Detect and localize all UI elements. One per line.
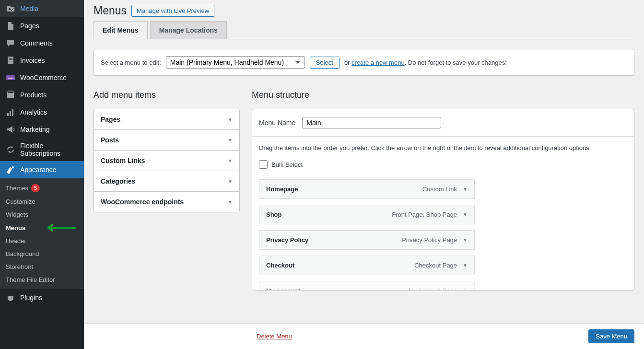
menu-name-row: Menu Name xyxy=(252,109,634,137)
menu-select[interactable]: Main (Primary Menu, Handheld Menu) xyxy=(166,56,305,69)
chevron-down-icon: ▼ xyxy=(463,263,468,268)
menu-item-title: Homepage xyxy=(266,186,298,193)
accordion-woo-endpoints[interactable]: WooCommerce endpoints▼ xyxy=(94,192,239,212)
menu-item-type: Checkout Page xyxy=(414,262,457,269)
tab-edit-menus[interactable]: Edit Menus xyxy=(94,21,148,39)
pages-icon xyxy=(6,21,15,31)
appearance-icon xyxy=(6,165,15,174)
sub-label: Themes xyxy=(6,185,28,192)
delete-menu-link[interactable]: Delete Menu xyxy=(257,333,292,340)
sub-item-customize[interactable]: Customize xyxy=(0,195,84,208)
sub-item-background[interactable]: Background xyxy=(0,247,84,260)
sidebar-item-products[interactable]: Products xyxy=(0,86,84,104)
select-menu-panel: Select a menu to edit: Main (Primary Men… xyxy=(94,49,634,76)
sub-label: Menus xyxy=(6,224,25,232)
structure-hint: Drag the items into the order you prefer… xyxy=(259,144,627,151)
products-icon xyxy=(6,90,15,100)
svg-rect-1 xyxy=(8,57,13,64)
chevron-down-icon: ▼ xyxy=(228,138,233,143)
svg-rect-3 xyxy=(9,59,12,60)
accordion-custom-links[interactable]: Custom Links▼ xyxy=(94,151,239,171)
sub-item-widgets[interactable]: Widgets xyxy=(0,208,84,221)
sidebar-item-comments[interactable]: Comments xyxy=(0,35,84,52)
menu-item-row[interactable]: My account My Account Page ▼ xyxy=(259,281,475,290)
svg-rect-4 xyxy=(9,61,12,61)
comments-icon xyxy=(6,38,15,48)
sub-label: Header xyxy=(6,237,26,244)
page-header: Menus Manage with Live Preview xyxy=(94,0,634,21)
main-content: Menus Manage with Live Preview Edit Menu… xyxy=(84,0,644,349)
sidebar-item-analytics[interactable]: Analytics xyxy=(0,104,84,121)
accordion-categories[interactable]: Categories▼ xyxy=(94,171,239,192)
bulk-select-checkbox[interactable] xyxy=(259,160,268,169)
menu-item-type: My Account Page xyxy=(409,287,457,290)
subs-icon xyxy=(6,145,15,154)
save-menu-button[interactable]: Save Menu xyxy=(588,329,634,343)
menu-item-title: My account xyxy=(266,287,301,290)
svg-text:woo: woo xyxy=(7,77,13,80)
sub-item-menus[interactable]: Menus xyxy=(0,221,84,234)
admin-sidebar: Media Pages Comments Invoices woo WooCom… xyxy=(0,0,84,349)
menu-name-label: Menu Name xyxy=(259,119,295,127)
sidebar-label: Analytics xyxy=(20,108,47,116)
highlight-arrow-icon xyxy=(43,224,76,232)
menu-name-input[interactable] xyxy=(302,117,441,128)
plugins-icon xyxy=(6,293,15,302)
chevron-down-icon: ▼ xyxy=(463,186,468,192)
live-preview-button[interactable]: Manage with Live Preview xyxy=(131,5,214,17)
sub-item-theme-file-editor[interactable]: Theme File Editor xyxy=(0,273,84,286)
add-items-accordion: Pages▼ Posts▼ Custom Links▼ Categories▼ … xyxy=(94,109,240,212)
create-new-menu-link[interactable]: create a new menu xyxy=(351,59,405,66)
sidebar-label: Invoices xyxy=(20,57,45,64)
analytics-icon xyxy=(6,107,15,117)
select-button[interactable]: Select xyxy=(310,57,340,69)
menu-item-type: Front Page, Shop Page xyxy=(392,211,457,218)
sidebar-item-pages[interactable]: Pages xyxy=(0,17,84,35)
sub-item-header[interactable]: Header xyxy=(0,234,84,247)
sidebar-item-marketing[interactable]: Marketing xyxy=(0,121,84,138)
svg-rect-10 xyxy=(12,109,13,116)
sidebar-item-woocommerce[interactable]: woo WooCommerce xyxy=(0,69,84,86)
svg-point-11 xyxy=(12,166,14,168)
woo-icon: woo xyxy=(6,73,15,82)
bulk-select-row[interactable]: Bulk Select xyxy=(259,160,627,169)
sidebar-item-subscriptions[interactable]: Flexible Subscriptions xyxy=(0,138,84,161)
svg-rect-9 xyxy=(10,111,11,116)
accordion-posts[interactable]: Posts▼ xyxy=(94,130,239,151)
menu-item-title: Privacy Policy xyxy=(266,236,308,244)
sidebar-item-invoices[interactable]: Invoices xyxy=(0,52,84,69)
add-items-heading: Add menu items xyxy=(94,90,240,100)
sub-item-storefront[interactable]: Storefront xyxy=(0,260,84,273)
sub-label: Storefront xyxy=(6,263,33,270)
menu-item-row[interactable]: Shop Front Page, Shop Page ▼ xyxy=(259,205,475,224)
sidebar-item-media[interactable]: Media xyxy=(0,0,84,17)
appearance-submenu: Themes 5 Customize Widgets Menus Header … xyxy=(0,178,84,289)
sub-item-themes[interactable]: Themes 5 xyxy=(0,181,84,195)
menu-structure-panel: Menu Name Drag the items into the order … xyxy=(252,109,634,291)
chevron-down-icon: ▼ xyxy=(228,179,233,184)
sidebar-item-appearance[interactable]: Appearance xyxy=(0,161,84,178)
accordion-pages[interactable]: Pages▼ xyxy=(94,109,239,130)
menu-structure-column: Menu structure Menu Name Drag the items … xyxy=(252,90,634,291)
sub-label: Widgets xyxy=(6,211,28,218)
chevron-down-icon: ▼ xyxy=(463,288,468,290)
svg-rect-7 xyxy=(7,93,14,98)
tab-manage-locations[interactable]: Manage Locations xyxy=(150,21,227,39)
menu-structure-heading: Menu structure xyxy=(252,90,634,100)
menu-item-row[interactable]: Checkout Checkout Page ▼ xyxy=(259,256,475,275)
menu-item-row[interactable]: Privacy Policy Privacy Policy Page ▼ xyxy=(259,230,475,250)
invoices-icon xyxy=(6,56,15,65)
select-hint-text: or create a new menu. Do not forget to s… xyxy=(344,59,507,66)
menu-items-list: Homepage Custom Link ▼ Shop Front Page, … xyxy=(259,179,627,290)
chevron-down-icon: ▼ xyxy=(228,158,233,163)
sub-label: Theme File Editor xyxy=(6,276,55,283)
sub-label: Background xyxy=(6,250,39,257)
tab-bar: Edit Menus Manage Locations xyxy=(94,21,634,39)
menu-item-row[interactable]: Homepage Custom Link ▼ xyxy=(259,179,475,199)
add-menu-items-column: Add menu items Pages▼ Posts▼ Custom Link… xyxy=(94,90,240,212)
chevron-down-icon: ▼ xyxy=(463,237,468,243)
sidebar-label: Appearance xyxy=(20,166,57,174)
sidebar-item-plugins[interactable]: Plugins xyxy=(0,289,84,306)
sidebar-label: Flexible Subscriptions xyxy=(20,142,78,157)
chevron-down-icon: ▼ xyxy=(463,212,468,217)
